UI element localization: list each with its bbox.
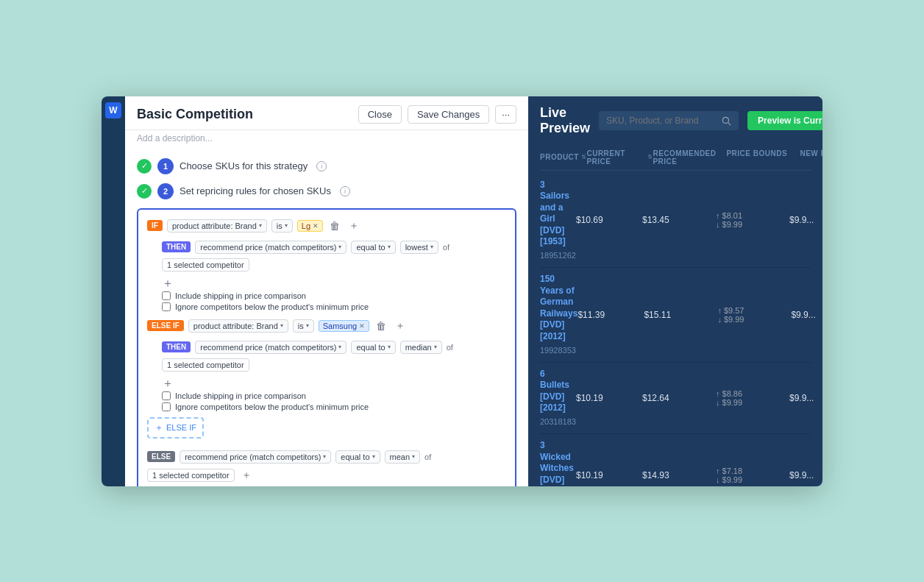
- bound-up: ↑ $8.86: [716, 389, 789, 398]
- step-2-info-icon[interactable]: i: [340, 186, 350, 196]
- bounds-cell: ↑ $9.57 ↓ $9.99: [717, 306, 791, 324]
- product-id: 19928353: [540, 346, 576, 355]
- table-row: 150 Years of German Railways [DVD][2012]…: [540, 268, 811, 363]
- else-if-value-chip-remove[interactable]: ✕: [359, 322, 365, 330]
- else-tag: ELSE: [147, 451, 175, 462]
- bound-down: ↓ $9.99: [716, 220, 789, 229]
- else-if-then-tag: THEN: [162, 341, 191, 352]
- else-if-then-section: THEN recommend price (match competitors)…: [162, 341, 506, 411]
- bounds-cell: ↑ $7.18 ↓ $9.99: [716, 466, 789, 484]
- then-aggregation-select[interactable]: lowest ▾: [400, 241, 438, 254]
- if-tag: IF: [147, 220, 163, 231]
- th-current-price[interactable]: CURRENT PRICE ⇅: [586, 149, 653, 166]
- step-2-section: ✓ 2 Set repricing rules for chosen SKUs …: [137, 183, 516, 486]
- else-equalto-select[interactable]: equal to ▾: [335, 450, 380, 464]
- then-add-row: ＋: [162, 276, 506, 291]
- add-else-if-area: ＋ ELSE IF: [147, 417, 506, 444]
- product-link[interactable]: 6 Bullets [DVD][2012]: [540, 369, 576, 414]
- else-if-delete-button[interactable]: 🗑: [374, 319, 388, 333]
- then-equalto-select[interactable]: equal to ▾: [351, 241, 395, 254]
- bound-up: ↑ $8.01: [716, 211, 789, 220]
- bound-down: ↓ $9.99: [717, 315, 791, 324]
- then-ignore-checkbox[interactable]: [162, 302, 171, 311]
- preview-current-button[interactable]: Preview is Current: [747, 111, 822, 130]
- else-if-condition-row: ELSE IF product attribute: Brand ▾ is ▾: [147, 319, 506, 333]
- step-2-check: ✓: [137, 184, 152, 199]
- if-add-button[interactable]: ＋: [346, 219, 361, 233]
- preview-title: Live Preview: [540, 105, 590, 136]
- logo: W: [105, 102, 121, 118]
- if-value-chip-remove[interactable]: ✕: [313, 222, 319, 230]
- new-price-cell: $9.9...: [791, 310, 822, 320]
- search-input[interactable]: [606, 116, 717, 126]
- current-price-cell: $10.19: [576, 393, 642, 403]
- else-if-of-label: of: [447, 343, 453, 352]
- add-else-if-button[interactable]: ＋ ELSE IF: [147, 417, 204, 439]
- new-price-cell: $9.9...: [789, 393, 822, 403]
- then-shipping-checkbox[interactable]: [162, 291, 171, 300]
- product-cell: 3 Sailors and a Girl [DVD][1953] 1895126…: [540, 180, 576, 262]
- else-if-attribute-select[interactable]: product attribute: Brand ▾: [188, 319, 288, 333]
- else-if-action-select[interactable]: recommend price (match competitors) ▾: [195, 341, 346, 354]
- else-if-ignore-checkbox[interactable]: [162, 402, 171, 411]
- else-if-value-chip: Samsung ✕: [319, 320, 369, 332]
- table-row: 3 Wicked Witches [DVD][2014] 25182121 $1…: [540, 434, 811, 486]
- bound-down: ↓ $9.99: [716, 398, 789, 407]
- else-if-operator-select[interactable]: is ▾: [293, 319, 314, 333]
- then-check-1-row: Include shipping in price comparison: [162, 291, 506, 300]
- if-value-chip: Lg ✕: [297, 220, 323, 232]
- else-aggregation-select[interactable]: mean ▾: [385, 450, 421, 464]
- if-delete-button[interactable]: 🗑: [327, 219, 342, 233]
- bounds-cell: ↑ $8.86 ↓ $9.99: [716, 389, 789, 407]
- current-price-cell: $10.69: [576, 215, 642, 225]
- th-recommended-price: RECOMMENDED PRICE: [653, 149, 726, 166]
- search-icon: [721, 116, 731, 126]
- product-cell: 150 Years of German Railways [DVD][2012]…: [540, 274, 578, 356]
- save-changes-button[interactable]: Save Changes: [408, 105, 489, 124]
- bound-up: ↑ $7.18: [716, 466, 789, 475]
- then-section: THEN recommend price (match competitors)…: [162, 241, 506, 311]
- step-1-row: ✓ 1 Choose SKUs for this strategy i: [137, 158, 516, 174]
- then-action-select[interactable]: recommend price (match competitors) ▾: [195, 241, 346, 254]
- right-panel: Live Preview Preview is Current PRODUCT …: [528, 96, 822, 486]
- table-row: 6 Bullets [DVD][2012] 20318183 $10.19 $1…: [540, 363, 811, 434]
- else-competitor-input[interactable]: 1 selected competitor: [147, 469, 235, 482]
- then-add-button[interactable]: ＋: [162, 276, 174, 291]
- description-placeholder[interactable]: Add a description...: [125, 130, 528, 149]
- bounds-cell: ↑ $8.01 ↓ $9.99: [716, 211, 789, 229]
- product-link[interactable]: 3 Sailors and a Girl [DVD][1953]: [540, 180, 576, 249]
- then-competitor-input[interactable]: 1 selected competitor: [162, 258, 249, 272]
- current-price-cell: $10.19: [576, 470, 642, 480]
- else-if-competitor-input[interactable]: 1 selected competitor: [162, 358, 249, 372]
- close-button[interactable]: Close: [358, 105, 402, 124]
- product-link[interactable]: 150 Years of German Railways [DVD][2012]: [540, 274, 578, 343]
- else-if-ignore-label: Ignore competitors below the product's m…: [175, 402, 369, 411]
- header: Basic Competition Close Save Changes ···: [125, 96, 528, 130]
- then-tag: THEN: [162, 241, 191, 252]
- left-content: Basic Competition Close Save Changes ···…: [125, 96, 528, 486]
- else-if-shipping-checkbox[interactable]: [162, 391, 171, 400]
- step-1-info-icon[interactable]: i: [316, 161, 327, 171]
- th-price-bounds: PRICE BOUNDS: [726, 149, 800, 166]
- then-of-label: of: [443, 243, 449, 252]
- search-bar[interactable]: [599, 111, 739, 130]
- more-options-button[interactable]: ···: [495, 105, 516, 124]
- product-link[interactable]: 3 Wicked Witches [DVD][2014]: [540, 440, 576, 486]
- else-if-add-button[interactable]: ＋: [393, 319, 408, 333]
- else-if-tag: ELSE IF: [147, 320, 184, 331]
- th-product[interactable]: PRODUCT ⇅: [540, 149, 586, 166]
- else-if-add-button-2[interactable]: ＋: [162, 376, 174, 391]
- else-row: ELSE recommend price (match competitors)…: [147, 450, 506, 483]
- if-operator-select[interactable]: is ▾: [271, 219, 293, 233]
- else-if-aggregation-select[interactable]: median ▾: [400, 341, 442, 354]
- steps-area: ✓ 1 Choose SKUs for this strategy i ✓ 2 …: [125, 149, 528, 486]
- else-action-select[interactable]: recommend price (match competitors) ▾: [180, 450, 331, 464]
- else-if-equalto-select[interactable]: equal to ▾: [351, 341, 395, 354]
- then-shipping-label: Include shipping in price comparison: [175, 291, 306, 300]
- step-2-label: Set repricing rules for chosen SKUs: [180, 185, 331, 196]
- else-if-section: ELSE IF product attribute: Brand ▾ is ▾: [147, 319, 506, 411]
- product-cell: 3 Wicked Witches [DVD][2014] 25182121: [540, 440, 576, 486]
- sort-arrows-current-price: ⇅: [647, 154, 653, 160]
- else-add-button[interactable]: ＋: [239, 468, 254, 483]
- if-attribute-select[interactable]: product attribute: Brand ▾: [167, 219, 267, 233]
